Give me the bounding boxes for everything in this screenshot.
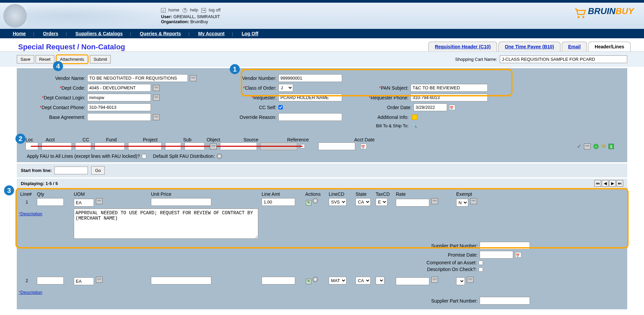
nav-logoff[interactable]: Log Off — [241, 31, 258, 36]
lineamt-input-2[interactable] — [262, 277, 295, 284]
dept-contact-input[interactable] — [87, 94, 151, 101]
description-link-2[interactable]: Description — [19, 290, 37, 295]
apply-fau-checkbox[interactable] — [142, 154, 146, 159]
submit-button[interactable]: Submit — [90, 55, 111, 63]
description-textarea-1[interactable]: APPROVAL NEEDED TO USE PCARD; REQUEST FO… — [74, 209, 258, 239]
last-page-button[interactable]: ⏭ — [616, 180, 623, 187]
linecd-select-2[interactable]: MAT — [329, 277, 346, 284]
nav-orders[interactable]: Orders — [43, 31, 58, 36]
lookup-icon[interactable] — [153, 95, 160, 101]
dept-code-input[interactable] — [87, 84, 151, 92]
split-icon[interactable] — [217, 153, 222, 159]
lookup-icon[interactable] — [467, 277, 474, 283]
prev-page-button[interactable]: ◀ — [602, 180, 608, 187]
req-phone-input[interactable] — [411, 94, 488, 101]
fau-sub-label: Sub — [183, 137, 207, 142]
exempt-select-2[interactable] — [456, 277, 465, 285]
override-input[interactable] — [278, 113, 342, 121]
next-page-button[interactable]: ▶ — [609, 180, 616, 187]
lookup-icon[interactable] — [431, 198, 438, 204]
class-order-select[interactable]: J — [278, 84, 293, 92]
dollar-icon[interactable]: $ — [608, 144, 614, 149]
lookup-icon[interactable] — [431, 277, 438, 283]
envelope-icon[interactable] — [601, 143, 606, 149]
cc-self-checkbox[interactable] — [278, 105, 283, 109]
magnifier-icon[interactable] — [412, 123, 417, 128]
logoff-link[interactable]: log off — [209, 7, 220, 12]
lookup-icon[interactable] — [190, 75, 197, 81]
tab-header-lines[interactable]: Header/Lines — [588, 42, 631, 51]
state-select-1[interactable]: CA — [356, 198, 371, 206]
exempt-select-1[interactable]: N — [456, 199, 468, 207]
first-page-button[interactable]: ⏮ — [594, 180, 601, 187]
spn-input-1[interactable] — [480, 242, 530, 250]
spn-label-2: Supplier Part Number: — [182, 298, 478, 304]
nav-home[interactable]: Home — [13, 31, 26, 36]
refresh-icon[interactable]: ↻ — [306, 279, 311, 284]
order-date-input[interactable] — [414, 103, 447, 111]
description-link-1[interactable]: Description — [19, 211, 37, 216]
vendor-name-input[interactable] — [87, 74, 188, 82]
desc-check-checkbox-1[interactable] — [479, 267, 483, 272]
fau-row: 2 Loc Acct CC Fund Project Sub Object So… — [20, 137, 624, 159]
taxcd-select-2[interactable] — [376, 277, 384, 284]
tab-email[interactable]: Email — [562, 42, 587, 51]
unitprice-input-2[interactable] — [151, 277, 211, 284]
uom-input-1[interactable] — [74, 199, 94, 207]
fau-acctdate-input[interactable] — [318, 142, 355, 150]
fau-loc-label: Loc — [25, 137, 46, 142]
taxcd-select-1[interactable]: E — [376, 198, 387, 206]
note-icon[interactable] — [412, 115, 417, 120]
dept-phone-input[interactable] — [87, 103, 151, 111]
tab-req-header[interactable]: Requisition Header (C10) — [428, 42, 497, 51]
lookup-icon[interactable] — [96, 277, 103, 283]
state-select-2[interactable]: CA — [356, 277, 371, 284]
pan-subject-input[interactable] — [411, 84, 488, 92]
base-agree-input[interactable] — [87, 113, 151, 121]
help-link[interactable]: help — [190, 7, 198, 12]
check-icon[interactable] — [577, 143, 581, 149]
rate-input-1[interactable] — [396, 199, 429, 207]
uom-input-2[interactable] — [74, 277, 94, 285]
lookup-icon[interactable] — [470, 198, 477, 204]
startline-row: Start from line: Go — [17, 164, 627, 177]
nav-queries[interactable]: Queries & Reports — [140, 31, 181, 36]
calendar-icon[interactable] — [361, 144, 367, 149]
lineamt-input-1[interactable] — [262, 198, 295, 206]
comp-asset-checkbox-1[interactable] — [479, 261, 483, 265]
lookup-icon[interactable] — [96, 198, 103, 204]
go-button[interactable]: Go — [91, 166, 104, 175]
calendar-icon[interactable] — [515, 252, 521, 258]
lookup-icon[interactable] — [210, 143, 217, 149]
linecd-select-1[interactable]: SVS — [329, 198, 346, 206]
form-area: 1 Vendor Name: Dept Code: Dept Contact L… — [17, 68, 627, 162]
split-icon[interactable] — [313, 277, 318, 282]
approve-icon[interactable]: ✓ — [593, 144, 599, 149]
home-link[interactable]: home — [168, 7, 179, 12]
calendar-icon[interactable] — [449, 105, 455, 110]
lookup-icon[interactable] — [584, 143, 591, 149]
cart-name-input[interactable] — [500, 55, 627, 63]
start-from-line-input[interactable] — [54, 167, 88, 174]
refresh-icon[interactable]: ↻ — [306, 200, 311, 206]
nav-suppliers[interactable]: Suppliers & Catalogs — [75, 31, 123, 36]
save-button[interactable]: Save — [17, 55, 34, 63]
dept-contact-label: Dept Contact Login: — [20, 95, 87, 100]
reset-button[interactable]: Reset — [36, 55, 54, 63]
unitprice-input-1[interactable] — [151, 198, 211, 206]
class-order-label: Class of Order: — [228, 85, 278, 91]
split-icon[interactable] — [313, 198, 318, 204]
tab-one-time-payee[interactable]: One Time Payee (B10) — [498, 42, 560, 51]
lookup-icon[interactable] — [153, 85, 160, 91]
qty-input-2[interactable] — [37, 277, 64, 284]
nav-account[interactable]: My Account — [198, 31, 225, 36]
desc-check-label-1: Description On Check?: — [181, 267, 477, 272]
promise-input-1[interactable] — [480, 251, 513, 259]
vendor-num-input[interactable] — [278, 74, 342, 82]
rate-input-2[interactable] — [396, 277, 429, 285]
qty-input-1[interactable] — [37, 198, 64, 206]
spn-input-2[interactable] — [480, 297, 530, 305]
requester-input[interactable] — [278, 94, 342, 101]
lookup-icon[interactable] — [153, 114, 160, 120]
default-split-label: Default Split FAU Distribution: — [153, 153, 215, 159]
